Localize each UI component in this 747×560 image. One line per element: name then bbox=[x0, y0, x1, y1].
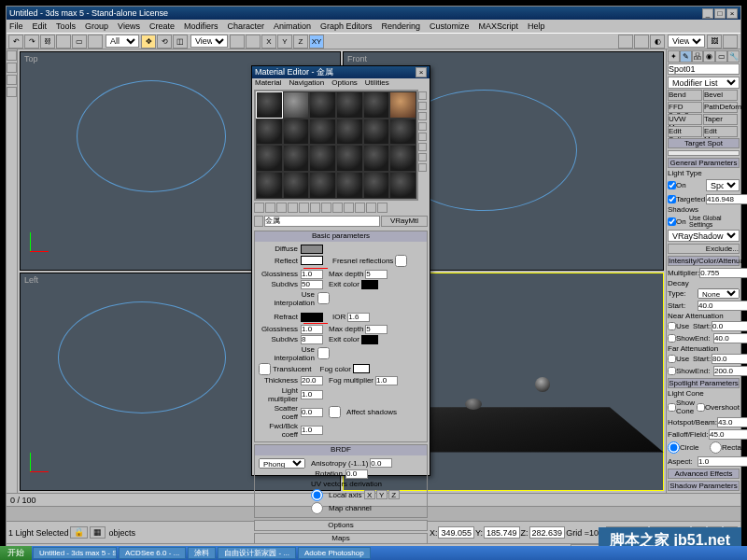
close-icon[interactable]: × bbox=[416, 67, 427, 77]
assign-icon[interactable] bbox=[276, 203, 287, 213]
material-name-field[interactable] bbox=[264, 216, 380, 227]
localaxis-radio[interactable] bbox=[311, 489, 323, 501]
options-icon[interactable] bbox=[418, 153, 427, 161]
refcoord-dropdown[interactable]: View bbox=[190, 35, 228, 48]
decay-type-dropdown[interactable]: None bbox=[698, 288, 740, 299]
menu-material[interactable]: Material bbox=[255, 78, 281, 90]
menu-options[interactable]: Options bbox=[331, 78, 358, 90]
near-show-checkbox[interactable] bbox=[668, 334, 676, 343]
menu-help[interactable]: Help bbox=[528, 21, 545, 31]
far-show-checkbox[interactable] bbox=[668, 367, 676, 375]
reflect-subdivs-field[interactable] bbox=[301, 280, 323, 289]
refract-exitcolor-swatch[interactable] bbox=[361, 335, 378, 344]
matid-icon[interactable] bbox=[332, 203, 343, 213]
tab-hierarchy-icon[interactable]: 品 bbox=[692, 50, 704, 63]
fbcoeff-field[interactable] bbox=[301, 426, 323, 435]
tab-icon[interactable] bbox=[7, 50, 17, 61]
modifier-list[interactable]: Modifier List bbox=[668, 77, 740, 89]
refract-interp-checkbox[interactable] bbox=[317, 347, 330, 359]
schematic-icon[interactable]: ▦ bbox=[90, 526, 106, 539]
menu-animation[interactable]: Animation bbox=[274, 21, 311, 31]
copy-icon[interactable] bbox=[299, 203, 309, 213]
reflect-swatch[interactable] bbox=[301, 256, 323, 265]
multiplier-field[interactable] bbox=[699, 268, 747, 278]
affectshadows-checkbox[interactable] bbox=[329, 406, 341, 418]
lock-icon[interactable]: 🔒 bbox=[70, 526, 88, 539]
tab-icon[interactable] bbox=[7, 87, 17, 97]
scale-icon[interactable]: ◫ bbox=[173, 35, 188, 49]
menu-modifiers[interactable]: Modifiers bbox=[184, 21, 218, 31]
align-icon[interactable] bbox=[634, 35, 649, 49]
y-field[interactable]: 185.749 bbox=[484, 526, 520, 539]
select-by-mtl-icon[interactable] bbox=[418, 163, 427, 172]
tab-icon[interactable] bbox=[7, 75, 17, 85]
material-slot[interactable] bbox=[336, 91, 363, 119]
material-slot[interactable] bbox=[389, 91, 416, 119]
brdf-type-dropdown[interactable]: Phong bbox=[259, 458, 305, 469]
x-field[interactable]: 349.055 bbox=[438, 526, 474, 539]
unlink-icon[interactable] bbox=[56, 35, 71, 49]
falloff-field[interactable] bbox=[709, 429, 747, 440]
fogmult-field[interactable] bbox=[375, 376, 398, 385]
rotation-field[interactable] bbox=[345, 469, 368, 479]
z-field[interactable]: 282.639 bbox=[529, 526, 566, 539]
make-preview-icon[interactable] bbox=[418, 143, 427, 151]
sample-uv-icon[interactable] bbox=[418, 122, 427, 131]
tab-modify-icon[interactable]: ✎ bbox=[680, 50, 692, 63]
translucent-checkbox[interactable] bbox=[259, 363, 271, 375]
fresnel-checkbox[interactable] bbox=[395, 255, 407, 267]
near-start-field[interactable] bbox=[712, 321, 747, 331]
exclude-button[interactable]: Exclude... bbox=[668, 244, 740, 254]
showcone-checkbox[interactable] bbox=[668, 403, 676, 412]
btn-bevel[interactable]: Bevel bbox=[703, 90, 738, 101]
rollout-maps[interactable]: Maps bbox=[254, 533, 428, 544]
tab-icon[interactable] bbox=[7, 63, 17, 73]
material-slot[interactable] bbox=[363, 145, 390, 172]
close-button[interactable]: × bbox=[726, 8, 738, 19]
go-forward-icon[interactable] bbox=[377, 203, 388, 213]
rollout-brdf[interactable]: BRDF bbox=[255, 445, 427, 455]
rollout-spotlight[interactable]: Spotlight Parameters bbox=[668, 378, 740, 388]
go-parent-icon[interactable] bbox=[366, 203, 376, 213]
material-slot[interactable] bbox=[309, 119, 336, 146]
tab-motion-icon[interactable]: ◉ bbox=[703, 50, 715, 63]
menu-views[interactable]: Views bbox=[118, 21, 140, 31]
quickrender-icon[interactable] bbox=[723, 35, 738, 49]
taskbar-item[interactable]: Untitled - 3ds max 5 - St... bbox=[33, 547, 117, 559]
btn-editmesh[interactable]: Edit Mesh bbox=[703, 126, 738, 137]
make-unique-icon[interactable] bbox=[310, 203, 320, 213]
refract-swatch[interactable] bbox=[301, 313, 323, 322]
menu-character[interactable]: Character bbox=[227, 21, 264, 31]
hotspot-field[interactable] bbox=[717, 417, 747, 427]
btn-ffd[interactable]: FFD 2x2x2 bbox=[668, 102, 702, 113]
put-to-scene-icon[interactable] bbox=[265, 203, 275, 213]
diffuse-swatch[interactable] bbox=[301, 245, 323, 254]
exitcolor-swatch[interactable] bbox=[361, 280, 378, 289]
refract-maxdepth-field[interactable] bbox=[365, 325, 388, 334]
tab-display-icon[interactable]: ▭ bbox=[715, 50, 727, 63]
material-slot[interactable] bbox=[336, 145, 363, 172]
sample-type-icon[interactable] bbox=[418, 91, 427, 100]
material-slot[interactable] bbox=[389, 119, 416, 146]
axis-z-button[interactable]: Z bbox=[388, 490, 400, 499]
put-to-lib-icon[interactable] bbox=[321, 203, 331, 213]
material-slot[interactable] bbox=[309, 145, 336, 172]
mateditor-titlebar[interactable]: Material Editor - 金属 × bbox=[252, 66, 430, 78]
menu-tools[interactable]: Tools bbox=[56, 21, 76, 31]
menu-edit[interactable]: Edit bbox=[33, 21, 48, 31]
rollout-intensity[interactable]: Intensity/Color/Attenuation bbox=[668, 256, 740, 266]
material-editor-icon[interactable]: ◐ bbox=[650, 35, 665, 49]
taskbar-item[interactable]: 自由设计新家园 - ... bbox=[218, 547, 296, 559]
tab-utilities-icon[interactable]: 🔧 bbox=[727, 50, 740, 63]
get-material-icon[interactable] bbox=[254, 203, 264, 213]
targeted-field[interactable] bbox=[706, 194, 747, 204]
lightmult-field[interactable] bbox=[301, 390, 323, 399]
mapchannel-radio[interactable] bbox=[311, 502, 323, 514]
menu-file[interactable]: File bbox=[9, 21, 23, 31]
material-slot[interactable] bbox=[283, 145, 310, 172]
reset-icon[interactable] bbox=[288, 203, 298, 213]
material-slot[interactable] bbox=[336, 119, 363, 146]
material-slot[interactable] bbox=[283, 172, 310, 199]
material-slot[interactable] bbox=[336, 172, 363, 199]
redo-icon[interactable]: ↷ bbox=[24, 35, 39, 49]
